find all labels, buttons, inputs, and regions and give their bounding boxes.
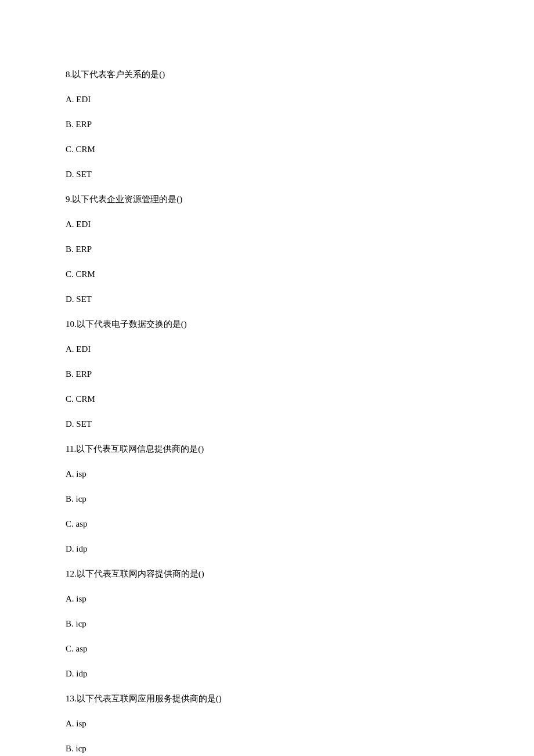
option-b[interactable]: B. icp	[66, 743, 468, 755]
option-a[interactable]: A. EDI	[66, 93, 468, 106]
option-d[interactable]: D. idp	[66, 668, 468, 680]
question-13: 13.以下代表互联网应用服务提供商的是( ) A. isp B. icp C. …	[66, 693, 468, 756]
document-content: 8.以下代表客户关系的是( ) A. EDI B. ERP C. CRM D. …	[66, 69, 468, 756]
option-b[interactable]: B. ERP	[66, 243, 468, 255]
option-a[interactable]: A. EDI	[66, 343, 468, 355]
question-text: 9.以下代表企业资源管理的是( )	[66, 193, 468, 206]
question-number: 8	[66, 70, 70, 79]
option-b[interactable]: B. ERP	[66, 118, 468, 131]
question-9: 9.以下代表企业资源管理的是( ) A. EDI B. ERP C. CRM D…	[66, 193, 468, 305]
question-text: 12.以下代表互联网内容提供商的是( )	[66, 568, 468, 580]
question-number: 12	[66, 569, 74, 578]
question-number: 9	[66, 195, 70, 204]
question-number: 13	[66, 694, 74, 703]
option-a[interactable]: A. isp	[66, 593, 468, 605]
question-12: 12.以下代表互联网内容提供商的是( ) A. isp B. icp C. as…	[66, 568, 468, 680]
option-a[interactable]: A. isp	[66, 718, 468, 730]
option-c[interactable]: C. CRM	[66, 143, 468, 156]
question-number: 11	[66, 444, 74, 453]
option-b[interactable]: B. icp	[66, 493, 468, 505]
question-11: 11.以下代表互联网信息提供商的是( ) A. isp B. icp C. as…	[66, 443, 468, 555]
option-b[interactable]: B. ERP	[66, 368, 468, 380]
option-a[interactable]: A. EDI	[66, 218, 468, 231]
question-text: 10.以下代表电子数据交换的是( )	[66, 318, 468, 330]
question-8: 8.以下代表客户关系的是( ) A. EDI B. ERP C. CRM D. …	[66, 69, 468, 181]
question-10: 10.以下代表电子数据交换的是( ) A. EDI B. ERP C. CRM …	[66, 318, 468, 430]
question-text: 8.以下代表客户关系的是( )	[66, 69, 468, 81]
option-d[interactable]: D. SET	[66, 168, 468, 181]
option-c[interactable]: C. CRM	[66, 393, 468, 405]
option-c[interactable]: C. asp	[66, 643, 468, 655]
option-c[interactable]: C. asp	[66, 518, 468, 530]
question-text: 13.以下代表互联网应用服务提供商的是( )	[66, 693, 468, 705]
question-number: 10	[66, 319, 74, 329]
question-text: 11.以下代表互联网信息提供商的是( )	[66, 443, 468, 455]
option-d[interactable]: D. SET	[66, 293, 468, 305]
option-b[interactable]: B. icp	[66, 618, 468, 630]
option-d[interactable]: D. idp	[66, 543, 468, 555]
option-d[interactable]: D. SET	[66, 418, 468, 430]
option-a[interactable]: A. isp	[66, 468, 468, 480]
option-c[interactable]: C. CRM	[66, 268, 468, 280]
